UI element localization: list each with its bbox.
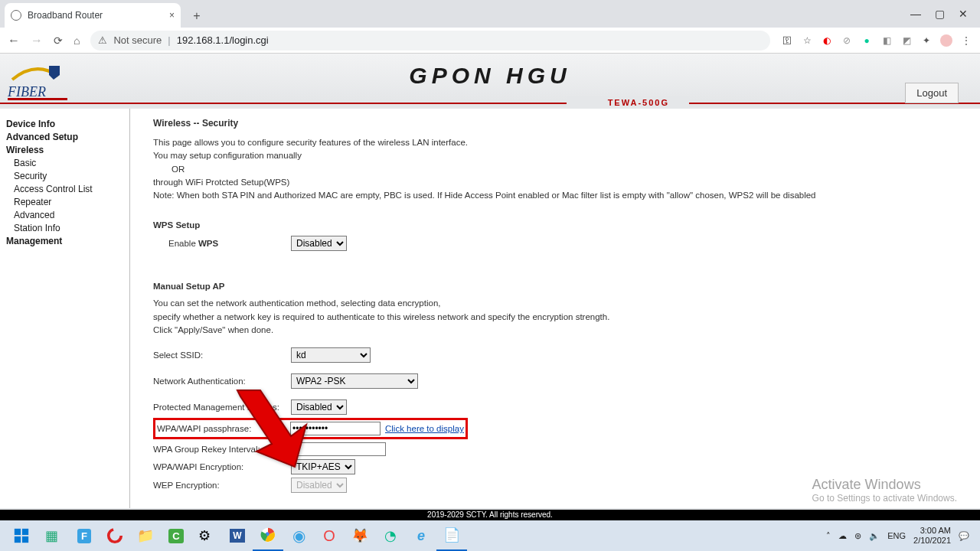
passphrase-label: WPA/WAPI passphrase: [157,424,290,433]
reload-icon[interactable]: ⟳ [54,34,63,47]
not-secure-icon: ⚠ [98,34,107,46]
taskbar-ie-icon[interactable]: e [406,520,436,551]
enable-wps-label: Enable WPS [153,239,291,248]
forward-icon[interactable]: → [31,34,43,47]
page-footer: 2019-2029 SCTY. All rights reserved. [0,510,980,520]
sidebar-nav: Device Info Advanced Setup Wireless Basi… [0,109,130,508]
extension-icon-2[interactable]: ⊘ [841,34,853,47]
taskbar-firefox-icon[interactable]: 🦊 [345,520,375,551]
wps-setup-heading: WPS Setup [153,220,957,230]
desc-line: Note: When both STA PIN and Authorized M… [153,189,957,202]
browser-tab[interactable]: Broadband Router × [5,3,181,28]
taskbar-app-icon-2[interactable]: ◉ [283,520,314,551]
taskbar-calculator-icon[interactable]: ▦ [38,520,69,551]
model-number: TEWA-500G [603,98,674,107]
tray-onedrive-icon[interactable]: ☁ [838,531,847,541]
key-icon[interactable]: ⚿ [781,34,793,47]
rekey-input[interactable] [291,442,386,456]
sidebar-item-basic[interactable]: Basic [14,158,123,168]
taskbar-app-icon[interactable]: F [69,520,100,551]
maximize-icon[interactable]: ▢ [935,8,945,20]
extension-icon-3[interactable]: ● [861,34,873,47]
sidebar-item-acl[interactable]: Access Control List [14,184,123,194]
tab-title: Broadband Router [28,10,103,21]
home-icon[interactable]: ⌂ [74,34,80,47]
sidebar-item-station-info[interactable]: Station Info [14,223,123,233]
extensions-puzzle-icon[interactable]: ✦ [920,34,933,47]
wep-label: WEP Encryption: [153,481,291,490]
wep-encryption-select: Disabled [291,478,347,493]
taskbar-notepad-icon[interactable]: 📄 [436,520,467,551]
taskbar-opera-icon[interactable]: O [314,520,345,551]
globe-icon [11,10,21,21]
close-window-icon[interactable]: ✕ [959,8,968,20]
bookmark-star-icon[interactable]: ☆ [801,34,813,47]
back-icon[interactable]: ← [8,34,20,47]
taskbar-clock[interactable]: 3:00 AM 2/10/2021 [913,526,951,546]
svg-rect-7 [22,536,28,543]
clock-time: 3:00 AM [913,526,951,536]
router-page: FIBER GPON HGU TEWA-500G Logout Device I… [0,54,980,520]
pmf-label: Protected Management Frames: [153,403,291,412]
manual-description: You can set the network authentication m… [153,297,957,337]
extension-icon-5[interactable]: ◩ [900,34,913,47]
sidebar-item-advanced-setup[interactable]: Advanced Setup [6,132,123,142]
wpa-enc-label: WPA/WAPI Encryption: [153,462,291,471]
tray-chevron-icon[interactable]: ˄ [826,531,831,541]
taskbar-chrome-icon[interactable] [253,520,283,551]
close-tab-icon[interactable]: × [169,10,175,21]
tray-wifi-icon[interactable]: ⊚ [854,531,861,541]
display-passphrase-link[interactable]: Click here to display [385,424,464,433]
taskbar-explorer-icon[interactable]: 📁 [130,520,161,551]
sidebar-item-wireless[interactable]: Wireless [6,145,123,155]
desc-line: Click "Apply/Save" when done. [153,324,957,337]
taskbar-edge-icon[interactable]: ◔ [375,520,406,551]
sidebar-item-management[interactable]: Management [6,236,123,246]
sidebar-item-device-info[interactable]: Device Info [6,119,123,129]
enable-wps-select[interactable]: Disabled [291,236,347,251]
taskbar-obs-icon[interactable]: ⚙ [191,520,222,551]
tray-volume-icon[interactable]: 🔈 [869,531,880,541]
page-header: FIBER GPON HGU TEWA-500G Logout [0,54,980,107]
pmf-select[interactable]: Disabled [291,399,347,415]
extension-icon-4[interactable]: ◧ [880,34,893,47]
sidebar-item-security[interactable]: Security [14,171,123,181]
svg-rect-5 [22,529,28,535]
minimize-icon[interactable]: — [910,8,921,20]
sidebar-item-repeater[interactable]: Repeater [14,197,123,207]
tab-strip: Broadband Router × + — ▢ ✕ [0,0,980,28]
ssid-select[interactable]: kd [291,347,371,363]
page-description: This page allows you to configure securi… [153,136,957,202]
page-title: Wireless -- Security [153,118,957,129]
tray-language[interactable]: ENG [887,531,906,540]
desc-line: OR [153,163,957,176]
svg-point-8 [109,530,122,543]
system-tray: ˄ ☁ ⊚ 🔈 ENG 3:00 AM 2/10/2021 💬 [826,526,975,546]
window-controls: — ▢ ✕ [910,0,980,28]
main-panel: Wireless -- Security This page allows yo… [130,109,980,508]
address-bar[interactable]: ⚠ Not secure | 192.168.1.1/login.cgi [90,31,770,51]
taskbar-camtasia-icon[interactable]: C [161,520,191,551]
logout-button[interactable]: Logout [905,83,959,103]
start-button[interactable] [5,520,38,551]
profile-avatar[interactable] [940,34,952,47]
passphrase-input[interactable] [290,422,381,435]
desc-line: through WiFi Protcted Setup(WPS) [153,176,957,189]
browser-chrome: Broadband Router × + — ▢ ✕ ← → ⟳ ⌂ ⚠ Not… [0,0,980,54]
taskbar-word-icon[interactable]: W [222,520,253,551]
new-tab-button[interactable]: + [190,9,204,23]
extension-icon-1[interactable]: ◐ [821,34,833,47]
wpa-encryption-select[interactable]: TKIP+AES [291,459,355,474]
passphrase-highlight: WPA/WAPI passphrase: Click here to displ… [153,418,468,439]
auth-label: Network Authentication: [153,377,291,386]
ssid-label: Select SSID: [153,350,291,360]
menu-icon[interactable]: ⋮ [960,34,972,47]
sidebar-item-advanced[interactable]: Advanced [14,210,123,220]
windows-taskbar: ▦ F 📁 C ⚙ W ◉ O 🦊 ◔ e 📄 ˄ ☁ ⊚ 🔈 ENG 3:00… [0,520,980,551]
network-auth-select[interactable]: WPA2 -PSK [291,373,418,389]
desc-line: You may setup configuration manually [153,149,957,162]
svg-text:FIBER: FIBER [7,84,46,99]
taskbar-ccleaner-icon[interactable] [100,520,130,551]
tray-notifications-icon[interactable]: 💬 [959,531,969,541]
svg-rect-4 [15,529,21,535]
